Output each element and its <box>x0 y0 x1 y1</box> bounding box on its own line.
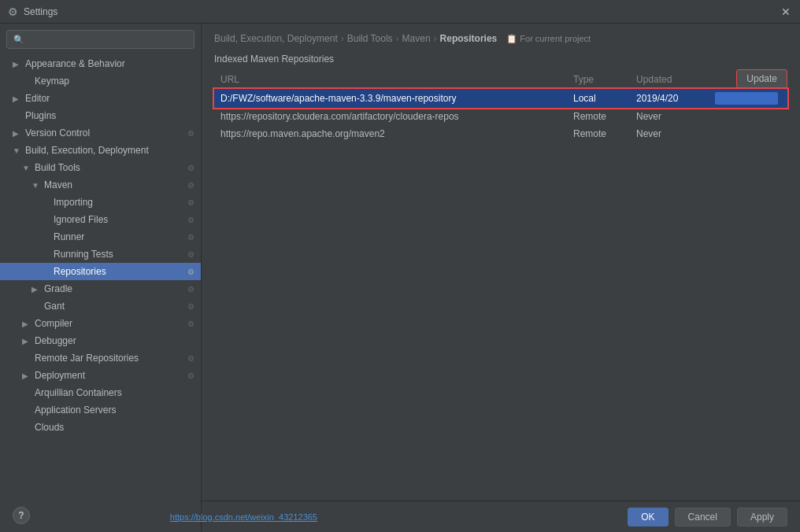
row-type: Remote <box>567 125 630 142</box>
row-updated: Never <box>630 108 709 125</box>
breadcrumb-sep-2: › <box>396 33 399 44</box>
sidebar-item-remote-jar[interactable]: ▶ Remote Jar Repositories ⚙ <box>0 349 201 367</box>
sidebar-item-label: Ignored Files <box>54 214 108 225</box>
content-panel: Indexed Maven Repositories Update URL Ty… <box>202 47 800 501</box>
sidebar-item-label: Gant <box>44 301 65 312</box>
apply-button[interactable]: Apply <box>737 508 787 526</box>
sidebar-item-label: Repositories <box>54 266 106 277</box>
settings-icon: ⚙ <box>187 181 194 190</box>
sidebar-item-compiler[interactable]: ▶ Compiler ⚙ <box>0 315 201 332</box>
expand-arrow: ▶ <box>13 94 22 103</box>
settings-icon: ⚙ <box>187 250 194 259</box>
row-updated: 2019/4/20 <box>630 89 709 109</box>
settings-icon: ⚙ <box>187 268 194 276</box>
row-url: https://repository.cloudera.com/artifact… <box>214 108 567 125</box>
update-button[interactable]: Update <box>736 69 787 88</box>
col-type: Type <box>567 71 630 89</box>
sidebar-item-label: Runner <box>54 231 84 242</box>
footer-link[interactable]: https://blog.csdn.net/weixin_43212365 <box>170 512 317 522</box>
title-bar: ⚙ Settings ✕ <box>0 0 800 24</box>
breadcrumb-current: Repositories <box>440 33 498 44</box>
sidebar-item-label: Arquillian Containers <box>35 387 122 398</box>
sidebar-item-label: Running Tests <box>54 249 113 260</box>
expand-arrow: ▶ <box>31 285 41 294</box>
sidebar-item-label: Remote Jar Repositories <box>35 353 139 364</box>
sidebar-item-label: Importing <box>54 197 93 208</box>
panel-title: Indexed Maven Repositories <box>214 54 787 65</box>
settings-icon: ⚙ <box>187 371 194 380</box>
sidebar-item-label: Build Tools <box>35 162 80 173</box>
sidebar-item-plugins[interactable]: ▶ Plugins <box>0 107 201 124</box>
sidebar-item-version-control[interactable]: ▶ Version Control ⚙ <box>0 124 201 142</box>
sidebar-item-label: Compiler <box>35 318 72 329</box>
table-row[interactable]: https://repo.maven.apache.org/maven2 Rem… <box>214 125 787 142</box>
sidebar-item-editor[interactable]: ▶ Editor <box>0 90 201 107</box>
col-updated: Updated <box>630 71 709 89</box>
sidebar-item-label: Application Servers <box>35 405 116 416</box>
sidebar-item-app-servers[interactable]: ▶ Application Servers <box>0 401 201 419</box>
row-action <box>709 89 787 109</box>
breadcrumb: Build, Execution, Deployment › Build Too… <box>202 24 800 47</box>
sidebar-item-label: Version Control <box>25 127 90 139</box>
sidebar-item-appearance[interactable]: ▶ Appearance & Behavior <box>0 55 201 72</box>
breadcrumb-sep-3: › <box>434 33 437 44</box>
sidebar-item-label: Deployment <box>35 370 85 381</box>
sidebar-item-label: Plugins <box>25 110 56 121</box>
expand-arrow: ▶ <box>22 320 31 328</box>
project-label: For current project <box>520 34 591 43</box>
row-type: Remote <box>567 108 630 125</box>
col-url: URL <box>214 71 567 89</box>
sidebar-item-clouds[interactable]: ▶ Clouds <box>0 419 201 436</box>
search-icon: 🔍 <box>13 35 24 45</box>
settings-icon: ⚙ <box>187 216 194 224</box>
breadcrumb-part-1: Build, Execution, Deployment <box>214 33 338 44</box>
expand-arrow: ▼ <box>13 146 22 155</box>
sidebar-item-label: Keymap <box>35 76 69 87</box>
cancel-button[interactable]: Cancel <box>675 508 731 526</box>
content-area: Build, Execution, Deployment › Build Too… <box>202 24 800 532</box>
table-row[interactable]: D:/FWZ/software/apache-maven-3.3.9/maven… <box>214 89 787 109</box>
breadcrumb-part-3: Maven <box>402 33 431 44</box>
breadcrumb-project: 📋 For current project <box>506 34 591 44</box>
expand-arrow: ▶ <box>13 129 22 138</box>
sidebar-item-keymap[interactable]: ▶ Keymap <box>0 72 201 90</box>
sidebar-item-importing[interactable]: ▶ Importing ⚙ <box>0 194 201 211</box>
expand-arrow: ▶ <box>22 371 31 380</box>
sidebar-item-runner[interactable]: ▶ Runner ⚙ <box>0 228 201 246</box>
row-updated: Never <box>630 125 709 142</box>
row-url: https://repo.maven.apache.org/maven2 <box>214 125 567 142</box>
sidebar-item-label: Debugger <box>35 335 76 346</box>
help-button[interactable]: ? <box>13 507 30 524</box>
sidebar-item-repositories[interactable]: ▶ Repositories ⚙ <box>0 263 201 280</box>
sidebar-item-running-tests[interactable]: ▶ Running Tests ⚙ <box>0 246 201 263</box>
sidebar-item-deployment[interactable]: ▶ Deployment ⚙ <box>0 367 201 384</box>
row-url: D:/FWZ/software/apache-maven-3.3.9/maven… <box>214 89 567 109</box>
close-button[interactable]: ✕ <box>778 4 794 20</box>
sidebar-item-label: Clouds <box>35 422 64 433</box>
settings-icon: ⚙ <box>187 354 194 363</box>
sidebar-item-gradle[interactable]: ▶ Gradle ⚙ <box>0 280 201 297</box>
ok-button[interactable]: OK <box>628 508 668 526</box>
search-box[interactable]: 🔍 <box>6 30 194 49</box>
settings-icon: ⚙ <box>187 233 194 242</box>
sidebar-item-label: Maven <box>44 179 72 190</box>
expand-arrow: ▼ <box>22 164 31 172</box>
search-input[interactable] <box>28 34 187 45</box>
sidebar-item-maven[interactable]: ▼ Maven ⚙ <box>0 176 201 194</box>
sidebar-item-gant[interactable]: ▶ Gant ⚙ <box>0 297 201 315</box>
table-row[interactable]: https://repository.cloudera.com/artifact… <box>214 108 787 125</box>
settings-icon: ⚙ <box>187 320 194 328</box>
settings-icon: ⚙ <box>187 198 194 207</box>
sidebar-item-label: Editor <box>25 93 50 104</box>
sidebar-item-ignored-files[interactable]: ▶ Ignored Files ⚙ <box>0 211 201 228</box>
settings-icon: ⚙ <box>187 285 194 294</box>
breadcrumb-sep-1: › <box>341 33 344 44</box>
sidebar-item-build-tools[interactable]: ▼ Build Tools ⚙ <box>0 159 201 176</box>
sidebar-item-label: Appearance & Behavior <box>25 58 125 69</box>
sidebar-item-arquillian[interactable]: ▶ Arquillian Containers <box>0 384 201 401</box>
sidebar-item-debugger[interactable]: ▶ Debugger <box>0 332 201 349</box>
expand-arrow: ▶ <box>22 337 31 345</box>
row-type: Local <box>567 89 630 109</box>
sidebar-item-build-execution[interactable]: ▼ Build, Execution, Deployment <box>0 142 201 159</box>
main-layout: 🔍 ▶ Appearance & Behavior ▶ Keymap ▶ Edi… <box>0 24 800 532</box>
